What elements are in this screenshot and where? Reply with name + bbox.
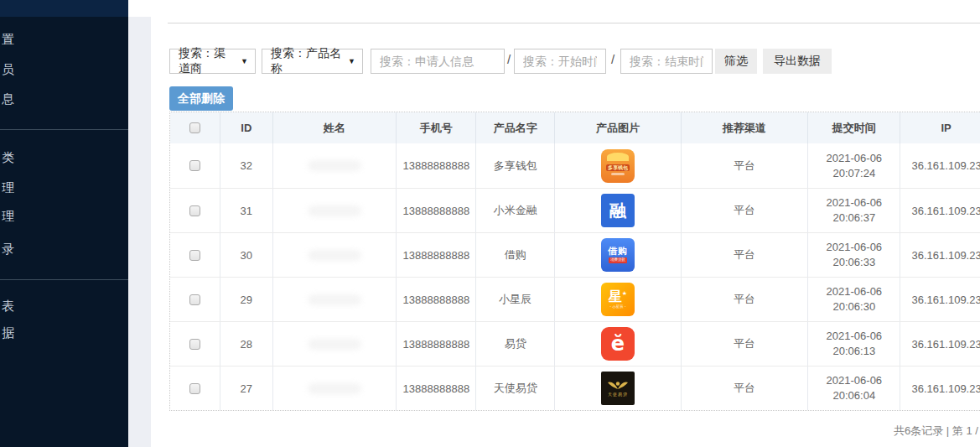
cell-name — [273, 278, 397, 321]
cell-phone: 13888888888 — [397, 189, 476, 232]
cell-id: 31 — [220, 189, 273, 232]
angel-wings-icon — [607, 380, 629, 390]
submit-clock: 20:06:13 — [833, 344, 876, 359]
date-separator: / — [507, 52, 511, 66]
cell-product-name: 小星辰 — [476, 278, 555, 321]
cell-ip: 36.161.109.23 — [900, 366, 980, 410]
cell-phone: 13888888888 — [397, 366, 476, 410]
cell-ip: 36.161.109.23 — [900, 143, 980, 188]
row-checkbox[interactable] — [189, 339, 200, 350]
cell-ip: 36.161.109.23 — [900, 233, 980, 277]
redacted-name — [308, 250, 361, 261]
cell-channel: 平台 — [682, 189, 809, 232]
cell-phone: 13888888888 — [397, 143, 476, 188]
cell-product-image: 借购 消费贷款 — [555, 233, 682, 277]
sidebar-item[interactable]: 置 — [2, 31, 14, 48]
table-header-row: ID姓名手机号产品名字产品图片推荐渠道提交时间IP — [170, 112, 980, 143]
channel-select[interactable]: 搜索：渠道商 ▼ — [169, 49, 256, 74]
cell-product-image: 天使易贷 — [555, 366, 682, 410]
cell-name — [273, 143, 397, 188]
filter-button[interactable]: 筛选 — [715, 49, 757, 74]
table-row: 27 13888888888 天使易贷 天使易贷 平台 2021-06-06 2… — [170, 366, 980, 410]
sidebar-item[interactable]: 录 — [2, 241, 14, 257]
product-icon-subtext — [611, 173, 625, 175]
pagination-summary: 共6条记录 | 第 1 / — [894, 424, 978, 439]
delete-all-button[interactable]: 全部删除 — [169, 86, 233, 111]
column-header: 姓名 — [273, 112, 397, 143]
cell-name — [273, 189, 397, 232]
product-select[interactable]: 搜索：产品名称 ▼ — [262, 49, 363, 74]
column-header: ID — [220, 112, 273, 143]
cell-product-image: ĕ — [555, 322, 682, 366]
sidebar-item[interactable]: 据 — [2, 325, 14, 341]
sidebar-item[interactable]: 表 — [2, 298, 14, 314]
chevron-down-icon: ▼ — [241, 57, 248, 65]
submit-clock: 20:06:04 — [833, 388, 876, 403]
end-time-input[interactable] — [620, 49, 713, 74]
cell-ip: 36.161.109.23 — [900, 278, 980, 321]
submit-date: 2021-06-06 — [827, 240, 883, 255]
cell-product-name: 多享钱包 — [476, 143, 555, 188]
select-all-checkbox[interactable] — [189, 122, 200, 133]
column-header: 推荐渠道 — [682, 112, 809, 143]
row-checkbox[interactable] — [189, 160, 200, 171]
product-icon: 星 - 小星辰 - — [601, 283, 635, 316]
cell-submit-time: 2021-06-06 20:06:33 — [808, 233, 900, 277]
sidebar-gutter — [128, 17, 151, 447]
filter-bar: 搜索：渠道商 ▼ 搜索：产品名称 ▼ / / 筛选 导出数据 — [0, 49, 980, 74]
submit-date: 2021-06-06 — [827, 373, 883, 388]
product-icon-subtext: 天使易贷 — [608, 392, 628, 397]
product-icon-text: 融 — [609, 202, 626, 219]
row-checkbox[interactable] — [189, 205, 200, 216]
table-row: 32 13888888888 多享钱包 多享钱包 平台 2021-06-06 2… — [170, 143, 980, 188]
cell-product-image: 多享钱包 — [555, 143, 682, 188]
cell-phone: 13888888888 — [397, 278, 476, 321]
product-icon-subtext: - 小星辰 - — [609, 305, 625, 309]
cell-submit-time: 2021-06-06 20:06:13 — [808, 322, 900, 366]
row-checkbox[interactable] — [189, 294, 200, 305]
cell-id: 29 — [220, 278, 273, 321]
sidebar-item[interactable]: 理 — [2, 179, 14, 196]
submit-date: 2021-06-06 — [827, 284, 883, 299]
redacted-name — [308, 383, 361, 394]
cell-product-name: 借购 — [476, 233, 555, 277]
cell-id: 30 — [220, 233, 273, 277]
product-icon: 天使易贷 — [601, 372, 635, 405]
cell-name — [273, 233, 397, 277]
export-data-button[interactable]: 导出数据 — [763, 49, 832, 74]
cell-product-name: 小米金融 — [476, 189, 555, 232]
product-icon-text: 多享钱包 — [606, 164, 630, 171]
cell-ip: 36.161.109.23 — [900, 322, 980, 366]
table-row: 29 13888888888 小星辰 星 - 小星辰 - 平台 2021-06-… — [170, 277, 980, 321]
row-checkbox[interactable] — [189, 383, 200, 394]
submit-clock: 20:06:33 — [833, 255, 876, 270]
product-select-value: 搜索：产品名称 — [271, 46, 341, 76]
table-row: 28 13888888888 易贷 ĕ 平台 2021-06-06 20:06:… — [170, 321, 980, 366]
submit-date: 2021-06-06 — [827, 151, 883, 166]
records-table: ID姓名手机号产品名字产品图片推荐渠道提交时间IP 32 13888888888… — [169, 112, 980, 411]
cell-id: 27 — [220, 366, 273, 410]
product-icon: ĕ — [601, 327, 635, 361]
cell-submit-time: 2021-06-06 20:06:30 — [808, 278, 900, 321]
product-icon: 融 — [601, 194, 635, 227]
cell-id: 32 — [220, 143, 273, 188]
content-top-divider — [168, 23, 980, 23]
sidebar-item[interactable]: 息 — [2, 91, 14, 107]
cell-id: 28 — [220, 322, 273, 366]
cell-channel: 平台 — [682, 366, 809, 410]
redacted-name — [308, 339, 361, 350]
start-time-input[interactable] — [514, 49, 606, 74]
row-checkbox[interactable] — [189, 250, 200, 261]
cell-product-image: 融 — [555, 189, 682, 232]
chevron-down-icon: ▼ — [348, 57, 355, 65]
sidebar-item[interactable]: 理 — [2, 208, 14, 225]
sidebar-item[interactable]: 类 — [2, 149, 14, 166]
applicant-search-input[interactable] — [371, 49, 505, 74]
cell-channel: 平台 — [682, 143, 809, 188]
product-icon-text: ĕ — [611, 334, 625, 354]
column-header: 手机号 — [397, 112, 476, 143]
cell-channel: 平台 — [682, 322, 809, 366]
cell-channel: 平台 — [682, 233, 809, 277]
redacted-name — [308, 160, 361, 171]
submit-clock: 20:07:24 — [833, 166, 876, 181]
